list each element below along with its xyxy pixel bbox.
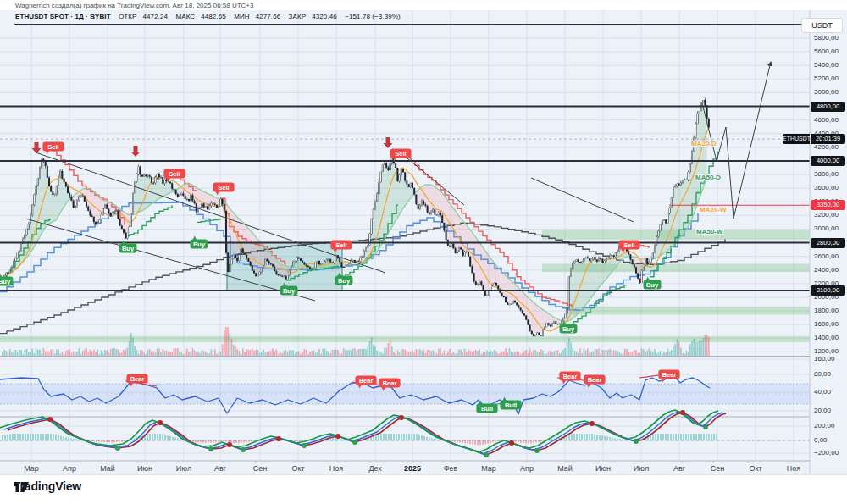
time-tick-month: Фев — [444, 464, 458, 473]
price-level-badge: 3350,00 — [811, 200, 845, 210]
high-label: МАКС — [175, 13, 195, 20]
osc-top-dot — [590, 421, 595, 426]
label-text: Buy — [562, 325, 575, 333]
label-text: Buy — [0, 278, 11, 285]
label-text: Bull — [481, 405, 493, 413]
support-band — [0, 336, 810, 342]
osc-bottom-dot — [484, 452, 489, 457]
price-tick: 1600,00 — [814, 320, 839, 328]
ma50-weekly-line — [0, 223, 725, 333]
low-label: МИН — [234, 13, 250, 20]
rsi-tick: 20,00 — [814, 407, 831, 414]
osc-bottom-dot — [352, 440, 357, 445]
price-tick: 1800,00 — [814, 307, 839, 314]
label-text: Bear — [383, 379, 397, 387]
time-tick-month: Апр — [520, 464, 534, 473]
time-tick-month: Июн — [595, 464, 611, 473]
osc-bottom-dot — [302, 443, 307, 448]
close-label: ЗАКР — [289, 13, 307, 20]
osc-tick: 200,00 — [814, 422, 834, 429]
label-text: Buy — [193, 241, 206, 248]
time-tick-month: Май — [557, 464, 573, 473]
bear-divergence-label: Bear — [559, 372, 580, 385]
label-text: Buy — [338, 277, 351, 285]
label-text: Sell — [623, 241, 634, 249]
tradingview-chart-window: SellSellSellSellSellSellBuyBuyBuyBuyBuyB… — [0, 0, 847, 504]
price-level-badge: 2800,00 — [811, 238, 845, 248]
rsi-tick: 40,00 — [814, 388, 831, 396]
price-tick: 4400,00 — [814, 130, 839, 137]
price-tick: 2400,00 — [814, 266, 839, 274]
time-tick-month: Май — [100, 464, 115, 473]
price-tick: 4200,00 — [814, 143, 839, 151]
price-tick: 5400,00 — [814, 61, 839, 69]
buy-signal-label: Buy — [191, 236, 208, 249]
sell-signal-label: Sell — [213, 183, 234, 196]
osc-top-dot — [276, 436, 281, 441]
time-tick-month: Ноя — [787, 464, 800, 473]
osc-bottom-dot — [241, 447, 246, 452]
label-text: Buy — [122, 245, 135, 252]
chart-canvas[interactable]: SellSellSellSellSellSellBuyBuyBuyBuyBuyB… — [0, 0, 847, 504]
symbol-ohlc-row[interactable]: ETHUSDT SPOT · 1Д · BYBIT ОТКР4472,24 МА… — [15, 13, 407, 20]
low-value: 4277,66 — [256, 13, 281, 20]
rsi-tick: 160,00 — [814, 355, 834, 363]
attribution-text: Wagnerrich создал(а) график на TradingVi… — [15, 2, 254, 9]
time-tick-month: Июл — [634, 464, 649, 473]
price-tick: 5000,00 — [814, 88, 839, 96]
osc-bottom-dot — [208, 446, 213, 451]
osc-bottom-dot — [115, 446, 120, 451]
time-tick-month: Сен — [711, 464, 724, 473]
price-tick: 3000,00 — [814, 224, 839, 232]
time-tick-month: Мар — [24, 464, 39, 473]
price-tick: 5600,00 — [814, 47, 839, 55]
label-text: Bull — [505, 402, 517, 409]
osc-bottom-dot — [703, 424, 708, 429]
price-level-badge: 2100,00 — [811, 285, 845, 296]
label-text: Sell — [395, 150, 406, 158]
currency-toggle-button[interactable]: USDT — [801, 18, 843, 33]
sell-arrow-icon — [384, 137, 393, 148]
price-tick: 3800,00 — [814, 170, 839, 178]
label-text: Bear — [359, 377, 374, 385]
time-tick-month: Июл — [176, 464, 191, 473]
symbol-title: ETHUSDT SPOT · 1Д · BYBIT — [15, 13, 111, 20]
osc-bottom-dot — [634, 439, 639, 444]
time-tick-month: Авг — [673, 464, 685, 473]
time-tick-month: Ноя — [329, 464, 343, 473]
time-tick-month: Мар — [481, 464, 496, 473]
osc-top-dot — [47, 417, 53, 422]
price-tick: 5800,00 — [814, 34, 839, 42]
open-value: 4472,24 — [143, 13, 169, 20]
label-text: Sell — [169, 170, 180, 178]
change-value: −151,78 (−3,39%) — [345, 13, 401, 20]
tradingview-logo[interactable]: TradingView — [14, 479, 81, 493]
rsi-band — [0, 384, 810, 404]
label-text: Buy — [283, 287, 296, 295]
high-value: 4482,65 — [201, 13, 226, 20]
close-value: 4320,46 — [312, 13, 337, 20]
label-text: Sell — [218, 184, 229, 191]
price-tick: 3200,00 — [814, 211, 839, 219]
osc-top-dot — [335, 434, 340, 439]
time-tick-month: Сен — [253, 464, 267, 473]
price-tick: 1400,00 — [814, 334, 839, 341]
price-level-badge: 4000,00 — [811, 156, 845, 166]
time-tick-month: Июн — [137, 464, 152, 473]
tradingview-logo-icon — [14, 479, 29, 495]
label-text: Sell — [335, 241, 346, 249]
buy-signal-label: Buy — [644, 277, 662, 290]
label-text: Bear — [130, 375, 145, 383]
price-tick: 1200,00 — [814, 347, 839, 355]
label-text: Buy — [646, 281, 659, 289]
time-tick-month: Окт — [749, 464, 761, 473]
price-tick: 3600,00 — [814, 184, 839, 191]
label-text: Sell — [47, 143, 58, 151]
ma-label: MA50-D — [695, 174, 721, 181]
rsi-tick: 80,00 — [814, 370, 831, 378]
current-symbol-badge: ETHUSDT — [783, 134, 810, 144]
time-tick-year: 2025 — [404, 464, 421, 473]
support-band — [569, 307, 810, 315]
osc-top-dot — [227, 442, 232, 447]
time-tick-month: Окт — [291, 464, 304, 473]
